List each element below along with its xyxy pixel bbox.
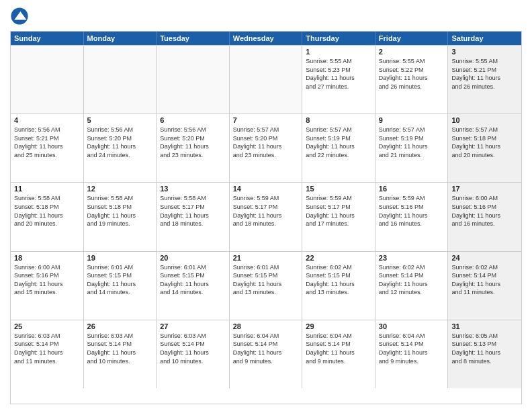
sun-info: Sunrise: 5:57 AMSunset: 5:20 PMDaylight:… — [233, 126, 299, 159]
day-header-monday: Monday — [84, 32, 157, 45]
cal-cell: 20Sunrise: 6:01 AMSunset: 5:15 PMDayligh… — [157, 252, 230, 320]
day-header-wednesday: Wednesday — [230, 32, 303, 45]
day-number: 8 — [306, 116, 371, 124]
day-header-thursday: Thursday — [302, 32, 375, 45]
header — [10, 7, 522, 26]
week-row-1: 1Sunrise: 5:55 AMSunset: 5:23 PMDaylight… — [11, 45, 521, 113]
sun-info: Sunrise: 6:02 AMSunset: 5:14 PMDaylight:… — [379, 263, 445, 297]
day-number: 18 — [14, 254, 80, 262]
cal-cell: 29Sunrise: 6:04 AMSunset: 5:14 PMDayligh… — [302, 320, 375, 388]
cal-cell: 5Sunrise: 5:56 AMSunset: 5:20 PMDaylight… — [84, 114, 157, 182]
cal-cell: 17Sunrise: 6:00 AMSunset: 5:16 PMDayligh… — [448, 183, 521, 250]
cal-cell: 15Sunrise: 5:59 AMSunset: 5:17 PMDayligh… — [302, 183, 375, 250]
day-number: 14 — [233, 185, 299, 193]
sun-info: Sunrise: 5:58 AMSunset: 5:17 PMDaylight:… — [160, 194, 226, 228]
day-number: 5 — [87, 116, 153, 124]
week-row-5: 25Sunrise: 6:03 AMSunset: 5:14 PMDayligh… — [11, 320, 521, 388]
day-number: 19 — [87, 254, 153, 262]
sun-info: Sunrise: 6:05 AMSunset: 5:13 PMDaylight:… — [451, 332, 518, 365]
week-row-2: 4Sunrise: 5:56 AMSunset: 5:21 PMDaylight… — [11, 113, 521, 182]
cal-cell — [157, 46, 230, 113]
sun-info: Sunrise: 6:01 AMSunset: 5:15 PMDaylight:… — [160, 263, 226, 297]
cal-cell: 2Sunrise: 5:55 AMSunset: 5:22 PMDaylight… — [375, 46, 449, 113]
cal-cell: 11Sunrise: 5:58 AMSunset: 5:18 PMDayligh… — [11, 183, 84, 250]
day-number: 10 — [451, 116, 518, 124]
sun-info: Sunrise: 5:56 AMSunset: 5:20 PMDaylight:… — [160, 126, 226, 159]
cal-cell: 4Sunrise: 5:56 AMSunset: 5:21 PMDaylight… — [11, 114, 84, 182]
sun-info: Sunrise: 6:03 AMSunset: 5:14 PMDaylight:… — [14, 332, 80, 365]
sun-info: Sunrise: 5:59 AMSunset: 5:17 PMDaylight:… — [306, 194, 371, 228]
sun-info: Sunrise: 6:00 AMSunset: 5:16 PMDaylight:… — [14, 263, 80, 297]
sun-info: Sunrise: 6:02 AMSunset: 5:15 PMDaylight:… — [306, 263, 371, 297]
calendar-body: 1Sunrise: 5:55 AMSunset: 5:23 PMDaylight… — [11, 45, 521, 388]
cal-cell: 23Sunrise: 6:02 AMSunset: 5:14 PMDayligh… — [375, 252, 449, 320]
sun-info: Sunrise: 5:55 AMSunset: 5:23 PMDaylight:… — [306, 57, 371, 91]
cal-cell — [11, 46, 84, 113]
sun-info: Sunrise: 5:55 AMSunset: 5:21 PMDaylight:… — [451, 57, 518, 91]
day-number: 16 — [379, 185, 445, 193]
day-number: 27 — [160, 322, 226, 330]
cal-cell: 19Sunrise: 6:01 AMSunset: 5:15 PMDayligh… — [84, 252, 157, 320]
sun-info: Sunrise: 5:58 AMSunset: 5:18 PMDaylight:… — [14, 194, 80, 228]
day-header-friday: Friday — [375, 32, 449, 45]
day-number: 24 — [451, 254, 518, 262]
cal-cell: 24Sunrise: 6:02 AMSunset: 5:14 PMDayligh… — [448, 252, 521, 320]
sun-info: Sunrise: 5:57 AMSunset: 5:19 PMDaylight:… — [379, 126, 445, 159]
day-number: 30 — [379, 322, 445, 330]
cal-cell: 1Sunrise: 5:55 AMSunset: 5:23 PMDaylight… — [302, 46, 375, 113]
cal-cell: 22Sunrise: 6:02 AMSunset: 5:15 PMDayligh… — [302, 252, 375, 320]
cal-cell: 16Sunrise: 5:59 AMSunset: 5:16 PMDayligh… — [375, 183, 449, 250]
calendar-header: SundayMondayTuesdayWednesdayThursdayFrid… — [11, 32, 521, 45]
day-number: 20 — [160, 254, 226, 262]
day-number: 2 — [379, 48, 445, 56]
cal-cell: 30Sunrise: 6:04 AMSunset: 5:14 PMDayligh… — [375, 320, 449, 388]
day-number: 15 — [306, 185, 371, 193]
sun-info: Sunrise: 6:02 AMSunset: 5:14 PMDaylight:… — [451, 263, 518, 297]
sun-info: Sunrise: 5:55 AMSunset: 5:22 PMDaylight:… — [379, 57, 445, 91]
cal-cell: 18Sunrise: 6:00 AMSunset: 5:16 PMDayligh… — [11, 252, 84, 320]
sun-info: Sunrise: 6:00 AMSunset: 5:16 PMDaylight:… — [451, 194, 518, 228]
cal-cell — [230, 46, 303, 113]
day-number: 17 — [451, 185, 518, 193]
day-number: 7 — [233, 116, 299, 124]
sun-info: Sunrise: 5:57 AMSunset: 5:18 PMDaylight:… — [451, 126, 518, 159]
sun-info: Sunrise: 5:56 AMSunset: 5:20 PMDaylight:… — [87, 126, 153, 159]
cal-cell: 21Sunrise: 6:01 AMSunset: 5:15 PMDayligh… — [230, 252, 303, 320]
cal-cell: 12Sunrise: 5:58 AMSunset: 5:18 PMDayligh… — [84, 183, 157, 250]
cal-cell: 28Sunrise: 6:04 AMSunset: 5:14 PMDayligh… — [230, 320, 303, 388]
sun-info: Sunrise: 5:59 AMSunset: 5:17 PMDaylight:… — [233, 194, 299, 228]
day-number: 6 — [160, 116, 226, 124]
day-number: 12 — [87, 185, 153, 193]
cal-cell — [84, 46, 157, 113]
sun-info: Sunrise: 6:01 AMSunset: 5:15 PMDaylight:… — [233, 263, 299, 297]
day-header-sunday: Sunday — [11, 32, 84, 45]
cal-cell: 31Sunrise: 6:05 AMSunset: 5:13 PMDayligh… — [448, 320, 521, 388]
day-number: 9 — [379, 116, 445, 124]
cal-cell: 13Sunrise: 5:58 AMSunset: 5:17 PMDayligh… — [157, 183, 230, 250]
page: SundayMondayTuesdayWednesdayThursdayFrid… — [0, 0, 532, 411]
day-number: 22 — [306, 254, 371, 262]
day-number: 11 — [14, 185, 80, 193]
sun-info: Sunrise: 5:57 AMSunset: 5:19 PMDaylight:… — [306, 126, 371, 159]
sun-info: Sunrise: 6:01 AMSunset: 5:15 PMDaylight:… — [87, 263, 153, 297]
logo-icon — [10, 7, 29, 26]
day-number: 13 — [160, 185, 226, 193]
sun-info: Sunrise: 5:58 AMSunset: 5:18 PMDaylight:… — [87, 194, 153, 228]
sun-info: Sunrise: 6:03 AMSunset: 5:14 PMDaylight:… — [160, 332, 226, 365]
cal-cell: 7Sunrise: 5:57 AMSunset: 5:20 PMDaylight… — [230, 114, 303, 182]
sun-info: Sunrise: 5:59 AMSunset: 5:16 PMDaylight:… — [379, 194, 445, 228]
sun-info: Sunrise: 6:04 AMSunset: 5:14 PMDaylight:… — [379, 332, 445, 365]
week-row-4: 18Sunrise: 6:00 AMSunset: 5:16 PMDayligh… — [11, 251, 521, 320]
cal-cell: 27Sunrise: 6:03 AMSunset: 5:14 PMDayligh… — [157, 320, 230, 388]
cal-cell: 10Sunrise: 5:57 AMSunset: 5:18 PMDayligh… — [448, 114, 521, 182]
cal-cell: 26Sunrise: 6:03 AMSunset: 5:14 PMDayligh… — [84, 320, 157, 388]
sun-info: Sunrise: 6:04 AMSunset: 5:14 PMDaylight:… — [306, 332, 371, 365]
day-number: 26 — [87, 322, 153, 330]
day-number: 1 — [306, 48, 371, 56]
day-number: 31 — [451, 322, 518, 330]
day-number: 4 — [14, 116, 80, 124]
cal-cell: 8Sunrise: 5:57 AMSunset: 5:19 PMDaylight… — [302, 114, 375, 182]
sun-info: Sunrise: 6:03 AMSunset: 5:14 PMDaylight:… — [87, 332, 153, 365]
calendar: SundayMondayTuesdayWednesdayThursdayFrid… — [10, 31, 522, 404]
week-row-3: 11Sunrise: 5:58 AMSunset: 5:18 PMDayligh… — [11, 182, 521, 250]
